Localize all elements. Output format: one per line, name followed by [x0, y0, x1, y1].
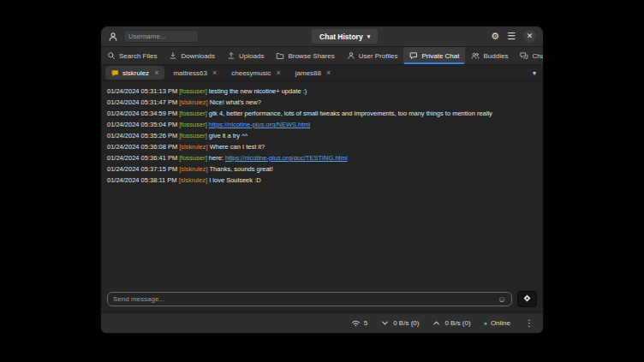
composer: ☺	[101, 289, 543, 312]
upload-speed-status[interactable]: 0 B/s (0)	[432, 318, 470, 328]
chat-history-label: Chat History	[319, 33, 363, 41]
chat-tab-james88[interactable]: james88×	[289, 66, 337, 80]
message-text: I love Soulseek :D	[209, 176, 260, 184]
tab-label: User Profiles	[359, 52, 398, 60]
tab-browse-shares[interactable]: Browse Shares	[270, 47, 340, 64]
message-link[interactable]: https://nicotine-plus.org/NEWS.html	[209, 121, 310, 128]
upload-icon	[227, 51, 236, 60]
chat-message: 01/24/2024 05:37:15 PM [slskrulez] Thank…	[107, 163, 537, 175]
message-text: here:	[209, 154, 225, 162]
message-text: give it a try ^^	[209, 132, 247, 139]
gear-icon[interactable]: ⚙	[491, 32, 499, 41]
tab-search-files[interactable]: Search Files	[101, 47, 163, 64]
chat-tab-list: slskrulez×mattress63×cheesymusic×james88…	[105, 65, 337, 80]
message-timestamp: 01/24/2024 05:34:59 PM	[107, 110, 179, 117]
tab-label: Private Chat	[421, 52, 459, 60]
window-close-button[interactable]: ✕	[523, 30, 536, 43]
chat-message: 01/24/2024 05:35:26 PM [fossuser] give i…	[107, 130, 537, 141]
avatar-icon	[108, 32, 118, 42]
message-timestamp: 01/24/2024 05:31:47 PM	[107, 98, 179, 106]
message-text: Nice! what's new?	[210, 98, 261, 106]
chat-tab-cheesymusic[interactable]: cheesymusic×	[225, 66, 287, 80]
message-text: gtk 4, better performance, lots of small…	[209, 110, 492, 117]
chat-tab-label: cheesymusic	[231, 69, 271, 77]
message-input[interactable]	[113, 295, 498, 303]
message-timestamp: 01/24/2024 05:37:15 PM	[107, 165, 179, 173]
tab-label: Search Files	[119, 52, 157, 60]
status-menu-icon[interactable]: ⋮	[523, 318, 535, 328]
tab-chat-rooms[interactable]: Chat Rooms	[514, 47, 544, 64]
buddies-icon	[471, 51, 480, 60]
chevron-up-icon	[432, 318, 441, 328]
message-text: testing the new nicotine+ update :)	[209, 87, 307, 95]
rooms-icon	[520, 51, 528, 60]
message-text: Where can I test it?	[210, 143, 265, 151]
send-button[interactable]	[517, 291, 537, 307]
message-username: [fossuser]	[179, 87, 207, 95]
tab-uploads[interactable]: Uploads	[221, 47, 270, 64]
send-diamond-icon	[522, 293, 532, 306]
chat-message: 01/24/2024 05:36:41 PM [fossuser] here: …	[107, 152, 537, 163]
message-username: [fossuser]	[179, 121, 207, 128]
chat-message: 01/24/2024 05:34:59 PM [fossuser] gtk 4,…	[107, 108, 537, 119]
chat-message: 01/24/2024 05:31:13 PM [fossuser] testin…	[107, 86, 537, 97]
message-username: [fossuser]	[179, 132, 207, 139]
tab-label: Browse Shares	[288, 52, 334, 60]
chat-tab-slskrulez[interactable]: slskrulez×	[105, 66, 164, 80]
tab-label: Buddies	[483, 52, 508, 60]
message-entry: ☺	[107, 292, 512, 306]
download-icon	[169, 51, 177, 60]
tab-label: Uploads	[239, 52, 264, 60]
message-timestamp: 01/24/2024 05:31:13 PM	[107, 87, 179, 95]
chat-tab-label: mattress63	[173, 69, 207, 77]
tab-overflow-button[interactable]: ▾	[530, 69, 539, 77]
search-icon	[107, 51, 116, 60]
message-timestamp: 01/24/2024 05:38:11 PM	[107, 176, 179, 184]
tab-user-profiles[interactable]: User Profiles	[341, 47, 404, 64]
chat-tab-mattress63[interactable]: mattress63×	[167, 66, 223, 80]
hamburger-menu-icon[interactable]: ☰	[507, 32, 516, 41]
message-timestamp: 01/24/2024 05:35:04 PM	[107, 121, 179, 128]
chat-messages[interactable]: 01/24/2024 05:31:13 PM [fossuser] testin…	[101, 81, 543, 289]
user-icon	[347, 51, 355, 60]
online-status[interactable]: ● Online	[484, 319, 510, 327]
online-status-label: Online	[491, 319, 510, 327]
tab-label: Downloads	[181, 52, 215, 60]
message-timestamp: 01/24/2024 05:35:26 PM	[107, 132, 179, 139]
main-tab-bar: Search FilesDownloadsUploadsBrowse Share…	[101, 47, 543, 65]
chat-icon	[409, 51, 418, 60]
close-tab-icon[interactable]: ×	[212, 68, 217, 77]
username-input[interactable]	[123, 30, 199, 43]
chevron-down-icon	[380, 318, 390, 328]
chat-message: 01/24/2024 05:38:11 PM [slskrulez] I lov…	[107, 175, 537, 186]
status-bar: 5 0 B/s (0) 0 B/s (0) ● Online ⋮	[101, 312, 543, 333]
message-link[interactable]: https://nicotine-plus.org/doc/TESTING.ht…	[225, 154, 348, 162]
message-username: [fossuser]	[179, 110, 207, 117]
message-text: Thanks, sounds great!	[210, 165, 273, 173]
chat-message: 01/24/2024 05:35:04 PM [fossuser] https:…	[107, 119, 537, 130]
upload-speed-value: 0 B/s (0)	[444, 319, 470, 327]
message-timestamp: 01/24/2024 05:36:41 PM	[107, 154, 179, 162]
connections-count: 5	[364, 319, 367, 327]
message-username: [slskrulez]	[179, 176, 207, 184]
tab-buddies[interactable]: Buddies	[465, 47, 514, 64]
online-status-dot: ●	[484, 320, 487, 326]
tab-private-chat[interactable]: Private Chat	[403, 47, 465, 64]
close-tab-icon[interactable]: ×	[276, 68, 280, 77]
emoji-picker-button[interactable]: ☺	[498, 295, 506, 304]
close-tab-icon[interactable]: ×	[154, 68, 158, 77]
chevron-down-icon: ▾	[367, 33, 371, 40]
connections-status[interactable]: 5	[351, 318, 367, 328]
message-username: [slskrulez]	[179, 143, 207, 151]
close-tab-icon[interactable]: ×	[326, 68, 331, 77]
unread-message-icon	[111, 69, 119, 77]
chat-tab-label: slskrulez	[122, 69, 149, 77]
chat-message: 01/24/2024 05:31:47 PM [slskrulez] Nice!…	[107, 97, 537, 108]
chat-tab-bar: slskrulez×mattress63×cheesymusic×james88…	[101, 65, 543, 81]
download-speed-status[interactable]: 0 B/s (0)	[380, 318, 419, 328]
tab-downloads[interactable]: Downloads	[163, 47, 221, 64]
message-username: [slskrulez]	[179, 165, 207, 173]
chat-history-button[interactable]: Chat History ▾	[312, 29, 378, 44]
folder-icon	[276, 51, 284, 60]
message-timestamp: 01/24/2024 05:36:08 PM	[107, 143, 179, 151]
